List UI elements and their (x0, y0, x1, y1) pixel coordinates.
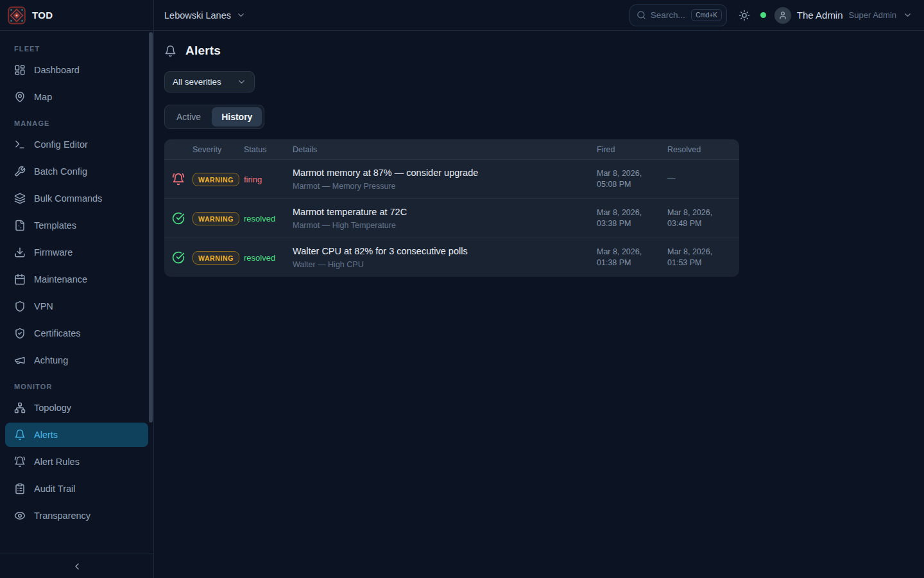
topbar-main: Lebowski Lanes Cmd+K The Admin Super Adm… (154, 0, 924, 30)
table-header-row: Severity Status Details Fired Resolved (164, 139, 739, 159)
sidebar-item-dashboard[interactable]: Dashboard (5, 58, 148, 82)
resolved-timestamp: Mar 8, 2026, 01:53 PM (667, 247, 725, 269)
sidebar-scrollbar[interactable] (149, 32, 153, 423)
sidebar-item-firmware[interactable]: Firmware (5, 240, 148, 265)
sidebar-item-alert-rules[interactable]: Alert Rules (5, 450, 148, 474)
column-header-status: Status (244, 145, 293, 154)
sidebar-item-batch-config[interactable]: Batch Config (5, 159, 148, 184)
alert-row[interactable]: WARNINGfiringMarmot memory at 87% — cons… (164, 159, 739, 198)
fired-timestamp: Mar 8, 2026, 03:38 PM (597, 207, 654, 230)
status-text: firing (244, 175, 293, 184)
sun-icon (739, 10, 750, 21)
brand-logo-icon (8, 6, 26, 24)
bell-ring-icon (14, 456, 26, 468)
calendar-icon (14, 274, 26, 285)
sidebar-item-label: Certificates (34, 328, 81, 338)
alert-title: Walter CPU at 82% for 3 consecutive poll… (293, 246, 597, 256)
alerts-tabs: Active History (164, 105, 264, 129)
tab-history[interactable]: History (212, 107, 262, 127)
download-icon (14, 247, 26, 258)
sidebar-collapse-button[interactable] (72, 561, 82, 572)
status-text: resolved (244, 253, 293, 263)
sidebar-item-templates[interactable]: Templates (5, 213, 148, 238)
sidebar-item-label: Config Editor (34, 139, 88, 150)
column-header-severity: Severity (193, 145, 244, 154)
fired-timestamp: Mar 8, 2026, 05:08 PM (597, 168, 654, 191)
column-header-fired: Fired (597, 145, 667, 154)
severity-cell: WARNING (193, 251, 244, 265)
avatar[interactable] (774, 7, 791, 24)
alert-row[interactable]: WARNINGresolvedWalter CPU at 82% for 3 c… (164, 238, 739, 277)
sidebar-item-label: Maintenance (34, 274, 87, 285)
sidebar-item-label: Audit Trail (34, 484, 75, 494)
brand-area: TOD (0, 0, 154, 30)
bell-icon (14, 429, 26, 441)
sidebar-item-label: Dashboard (34, 65, 80, 75)
sidebar-item-label: Alert Rules (34, 457, 80, 467)
clipboard-list-icon (14, 483, 26, 495)
user-role-badge: Super Admin (849, 10, 896, 20)
sidebar-item-label: Topology (34, 403, 71, 413)
layers-icon (14, 193, 26, 204)
sidebar-item-bulk-commands[interactable]: Bulk Commands (5, 186, 148, 211)
sidebar-item-label: VPN (34, 301, 53, 311)
org-switcher[interactable]: Lebowski Lanes (164, 10, 246, 21)
severity-badge: WARNING (193, 173, 239, 186)
search-box[interactable]: Cmd+K (629, 4, 727, 26)
bell-icon (164, 45, 176, 57)
severity-filter-select[interactable]: All severities (164, 71, 255, 92)
tab-active[interactable]: Active (167, 107, 210, 127)
sidebar-item-label: Alerts (34, 430, 58, 440)
details-cell: Marmot memory at 87% — consider upgradeM… (293, 168, 597, 191)
sidebar-item-certificates[interactable]: Certificates (5, 321, 148, 346)
sidebar-item-config-editor[interactable]: Config Editor (5, 132, 148, 157)
alert-title: Marmot temperature at 72C (293, 207, 597, 217)
severity-badge: WARNING (193, 251, 239, 265)
details-cell: Walter CPU at 82% for 3 consecutive poll… (293, 246, 597, 269)
alert-subtitle: Marmot — Memory Pressure (293, 182, 597, 191)
page-title-text: Alerts (185, 44, 221, 58)
brand-name: TOD (32, 10, 53, 21)
connection-status-dot (760, 12, 766, 18)
resolved-timestamp: Mar 8, 2026, 03:48 PM (667, 207, 725, 230)
user-name: The Admin (797, 10, 843, 21)
sidebar-item-label: Transparency (34, 511, 90, 521)
table-body: WARNINGfiringMarmot memory at 87% — cons… (164, 159, 739, 277)
check-circle-icon (164, 212, 193, 225)
sidebar-item-map[interactable]: Map (5, 85, 148, 109)
network-icon (14, 402, 26, 414)
megaphone-icon (14, 355, 26, 366)
sidebar-item-maintenance[interactable]: Maintenance (5, 267, 148, 292)
sidebar-item-vpn[interactable]: VPN (5, 294, 148, 319)
alert-row[interactable]: WARNINGresolvedMarmot temperature at 72C… (164, 198, 739, 238)
alert-subtitle: Walter — High CPU (293, 260, 597, 269)
nav-section-label-manage: MANAGE (5, 112, 148, 132)
topbar: TOD Lebowski Lanes Cmd+K The (0, 0, 924, 31)
sidebar-item-label: Firmware (34, 247, 73, 258)
fired-timestamp: Mar 8, 2026, 01:38 PM (597, 247, 654, 269)
sidebar-item-alerts[interactable]: Alerts (5, 423, 148, 447)
chevron-down-icon (236, 10, 246, 20)
column-header-resolved: Resolved (667, 145, 739, 154)
sidebar-item-topology[interactable]: Topology (5, 396, 148, 420)
details-cell: Marmot temperature at 72CMarmot — High T… (293, 207, 597, 230)
severity-filter-value: All severities (173, 77, 221, 87)
nav-section-label-monitor: MONITOR (5, 375, 148, 396)
user-icon (778, 11, 787, 20)
shield-check-icon (14, 328, 26, 339)
severity-cell: WARNING (193, 212, 244, 225)
sidebar-item-label: Achtung (34, 355, 68, 365)
sidebar: FLEETDashboardMapMANAGEConfig EditorBatc… (0, 31, 154, 578)
sidebar-item-achtung[interactable]: Achtung (5, 348, 148, 372)
dashboard-icon (14, 64, 26, 76)
sidebar-item-label: Batch Config (34, 166, 87, 177)
severity-cell: WARNING (193, 173, 244, 186)
user-menu-chevron-icon[interactable] (903, 10, 912, 20)
sidebar-item-audit-trail[interactable]: Audit Trail (5, 477, 148, 501)
theme-toggle-button[interactable] (739, 10, 750, 21)
file-icon (14, 220, 26, 231)
resolved-timestamp: — (667, 173, 725, 185)
check-circle-icon (164, 251, 193, 264)
search-input[interactable] (651, 10, 687, 20)
sidebar-item-transparency[interactable]: Transparency (5, 504, 148, 528)
